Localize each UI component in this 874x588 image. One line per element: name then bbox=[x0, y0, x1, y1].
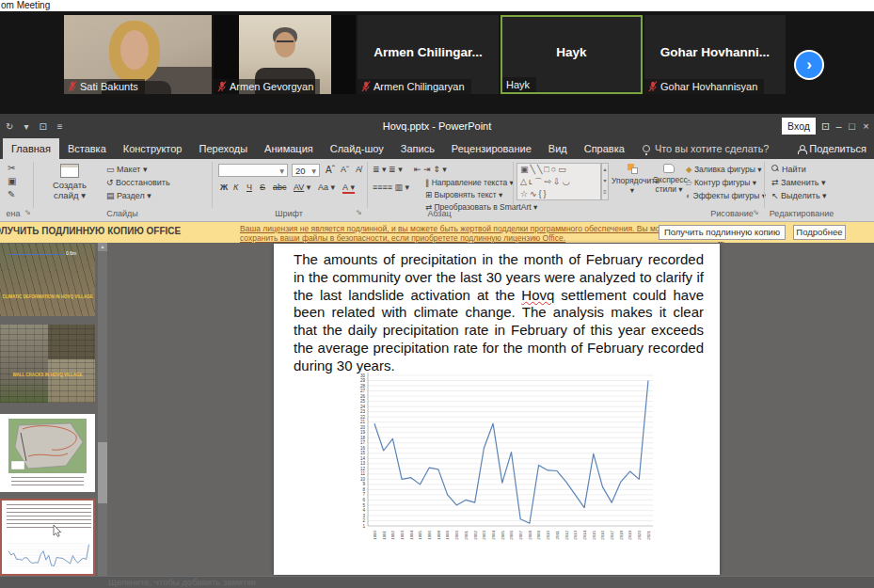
font-name-input[interactable]: ▾ bbox=[218, 164, 288, 177]
next-participants-button[interactable]: › bbox=[796, 52, 822, 78]
change-case-button[interactable]: Aa ▾ bbox=[318, 183, 335, 192]
chevron-right-icon: › bbox=[806, 56, 812, 74]
tab-animations[interactable]: Анимация bbox=[256, 138, 322, 159]
select-button[interactable]: ↖ Выделить ▾ bbox=[771, 191, 827, 200]
tab-home[interactable]: Главная bbox=[3, 138, 59, 159]
shape-outline-button[interactable]: ▱ Контур фигуры ▾ bbox=[686, 178, 756, 187]
drawing-dialog-launcher-icon[interactable]: ⇘ bbox=[753, 208, 759, 216]
svg-text:2019: 2019 bbox=[628, 530, 632, 539]
font-dialog-launcher-icon[interactable]: ⇘ bbox=[356, 208, 362, 216]
participant-tile-armen-gevorgyan[interactable]: Armen Gevorgyan bbox=[214, 15, 356, 94]
scrollbar-thumb[interactable] bbox=[98, 442, 107, 503]
notes-pane[interactable]: Щелкните, чтобы добавить заметки bbox=[0, 576, 874, 588]
slide-thumbnail-1[interactable]: 0.6m CLIMATIC DEFORMATION IN HOVQ VILLAG… bbox=[0, 244, 95, 316]
group-separator bbox=[212, 162, 213, 208]
shapes-gallery-scroll[interactable]: ▴▾≡ bbox=[601, 163, 609, 200]
muted-mic-icon bbox=[361, 81, 371, 92]
slide-thumbnail-4-current[interactable] bbox=[0, 499, 95, 576]
svg-text:1998: 1998 bbox=[437, 530, 441, 539]
bold-button[interactable]: Ж bbox=[220, 183, 228, 192]
svg-text:3: 3 bbox=[362, 514, 365, 518]
thumbnails-scrollbar[interactable] bbox=[98, 243, 107, 576]
svg-text:2018: 2018 bbox=[619, 530, 624, 539]
scrollbar-up-arrow-icon[interactable]: ▴ bbox=[98, 243, 107, 251]
tab-slideshow[interactable]: Слайд-шоу bbox=[322, 138, 392, 159]
svg-text:6: 6 bbox=[362, 498, 365, 502]
svg-text:18: 18 bbox=[360, 436, 366, 440]
indent-line-spacing-icons[interactable]: ⇤ ⇥ ⇕ ▾ bbox=[414, 165, 447, 174]
tell-me-box[interactable]: Что вы хотите сделать? bbox=[643, 138, 770, 159]
cut-icon[interactable]: ✂ bbox=[8, 163, 15, 173]
quick-styles-button[interactable]: Экспресс-стили ▾ bbox=[653, 164, 685, 194]
slide-thumbnail-2[interactable]: WALL CRACKS IN HOVQ VILLAGE bbox=[0, 325, 95, 403]
shrink-font-icon[interactable]: Аˇ bbox=[341, 165, 349, 174]
participant-name: Armen Gevorgyan bbox=[230, 79, 313, 94]
tab-insert[interactable]: Вставка bbox=[59, 138, 115, 159]
slide-thumbnail-3[interactable] bbox=[0, 414, 95, 492]
tab-transitions[interactable]: Переходы bbox=[190, 138, 256, 159]
svg-text:2017: 2017 bbox=[610, 530, 614, 539]
lightbulb-icon bbox=[643, 145, 650, 152]
format-painter-icon[interactable]: ✎ bbox=[8, 189, 15, 199]
text-shadow-button[interactable]: abc bbox=[273, 183, 287, 192]
underline-button[interactable]: Ч bbox=[246, 183, 252, 192]
align-icons[interactable]: ≡≡≡≡ ▥ ▾ bbox=[373, 183, 409, 192]
ribbon-display-options-icon[interactable]: ⊡ bbox=[818, 114, 833, 138]
svg-text:25: 25 bbox=[360, 399, 366, 404]
strikethrough-button[interactable]: S bbox=[260, 183, 265, 192]
svg-text:19: 19 bbox=[360, 430, 366, 435]
shape-effects-button[interactable]: ◐ Эффекты фигуры ▾ bbox=[686, 191, 766, 200]
participant-tile-sati[interactable]: Sati Bakunts bbox=[64, 15, 212, 94]
license-link-line2[interactable]: сохранить ваши файлы в безопасности, есл… bbox=[240, 233, 565, 243]
svg-text:1991: 1991 bbox=[382, 530, 387, 539]
character-spacing-button[interactable]: AV ▾ bbox=[294, 183, 310, 192]
bullets-icon[interactable]: ≣ ▾ ≣ ▾ bbox=[373, 165, 403, 174]
share-button[interactable]: Поделиться bbox=[798, 138, 866, 159]
reset-button[interactable]: ↺ Восстановить bbox=[106, 178, 170, 187]
participant-tile-hayk-active-speaker[interactable]: Hayk Hayk bbox=[501, 15, 643, 94]
participant-name: Sati Bakunts bbox=[80, 79, 138, 94]
svg-text:17: 17 bbox=[360, 440, 366, 445]
font-size-input[interactable]: 20▾ bbox=[292, 164, 320, 177]
layout-button[interactable]: ▭ Макет ▾ bbox=[106, 165, 148, 174]
restore-icon[interactable]: □ bbox=[845, 114, 859, 138]
participant-tile-gohar[interactable]: Gohar Hovhanni... Gohar Hovhannisyan bbox=[644, 15, 786, 94]
clipboard-dialog-launcher-icon[interactable]: ⇘ bbox=[24, 208, 31, 216]
svg-text:21: 21 bbox=[360, 420, 366, 424]
mouse-cursor-icon bbox=[53, 525, 62, 537]
section-button[interactable]: ▤ Раздел ▾ bbox=[106, 191, 151, 200]
arrange-button[interactable]: Упорядочить ▾ bbox=[612, 164, 653, 195]
svg-text:4: 4 bbox=[362, 508, 365, 513]
replace-button[interactable]: ⇄ Заменить ▾ bbox=[771, 178, 826, 187]
svg-text:1995: 1995 bbox=[418, 530, 422, 539]
learn-more-button[interactable]: Подробнее bbox=[793, 225, 846, 240]
copy-icon[interactable]: ▣ bbox=[8, 176, 16, 186]
font-color-button[interactable]: А ▾ bbox=[342, 183, 355, 194]
text-direction-button[interactable]: ∥ Направление текста ▾ bbox=[425, 178, 514, 187]
svg-text:1994: 1994 bbox=[409, 530, 414, 539]
minimize-icon[interactable]: – bbox=[832, 114, 846, 138]
find-button[interactable]: Найти bbox=[771, 165, 806, 174]
close-icon[interactable]: × bbox=[859, 114, 873, 138]
tab-review[interactable]: Рецензирование bbox=[443, 138, 540, 159]
get-genuine-office-button[interactable]: Получить подлинную копию Office bbox=[659, 225, 786, 240]
shape-fill-button[interactable]: ◆ Заливка фигуры ▾ bbox=[686, 165, 761, 174]
align-text-button[interactable]: ⊞ Выровнять текст ▾ bbox=[425, 190, 502, 199]
tab-design[interactable]: Конструктор bbox=[115, 138, 191, 159]
italic-button[interactable]: К bbox=[233, 183, 238, 192]
clear-formatting-icon[interactable]: A̸ bbox=[356, 165, 361, 174]
new-slide-button[interactable]: Создать слайд ▾ bbox=[42, 164, 97, 200]
tab-record[interactable]: Запись bbox=[392, 138, 443, 159]
slide-paragraph: The amounts of precipitation in the mont… bbox=[294, 251, 704, 374]
svg-text:2: 2 bbox=[362, 518, 365, 523]
sign-in-button[interactable]: Вход bbox=[782, 118, 816, 135]
svg-text:2008: 2008 bbox=[528, 530, 532, 539]
tab-help[interactable]: Справка bbox=[576, 138, 633, 159]
participant-name-label: Armen Gevorgyan bbox=[214, 79, 320, 94]
participant-tile-armen-chilingaryan[interactable]: Armen Chilingar... Armen Chilingaryan bbox=[358, 15, 499, 94]
tab-view[interactable]: Вид bbox=[540, 138, 576, 159]
slide-canvas[interactable]: The amounts of precipitation in the mont… bbox=[274, 244, 720, 575]
new-slide-icon bbox=[60, 164, 79, 178]
grow-font-icon[interactable]: Аˆ bbox=[326, 165, 335, 175]
shapes-gallery[interactable]: ▣╲╲□○▭ △ʟ⌒⇨⇩◡ ☆∿{} bbox=[516, 163, 601, 200]
